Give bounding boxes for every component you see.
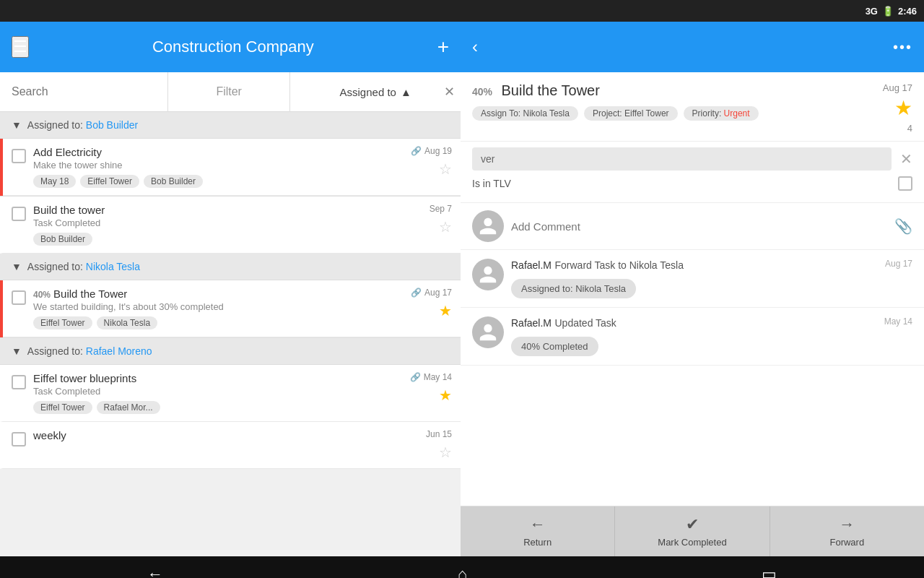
task-title-weekly: weekly — [33, 429, 401, 441]
date-text-btn: Aug 17 — [424, 288, 452, 298]
comment-date-1: Aug 17 — [885, 259, 912, 269]
more-options-button[interactable]: ••• — [893, 39, 912, 56]
home-nav-button[interactable]: ⌂ — [458, 565, 467, 578]
task-content-add-electricity: Add Electricity Make the tower shine May… — [33, 146, 401, 188]
tag-assign-to: Assign To: Nikola Tesla — [472, 106, 578, 121]
return-label: Return — [523, 537, 552, 548]
forward-icon: → — [839, 515, 855, 534]
task-detail-pct: 40% — [472, 86, 492, 98]
attach-icon[interactable]: 📎 — [894, 217, 912, 235]
mark-completed-button[interactable]: ✔ Mark Completed — [615, 506, 770, 556]
task-tags-btn: Eiffel Tower Nikola Tesla — [33, 316, 401, 329]
back-button[interactable]: ‹ — [472, 37, 478, 57]
date-text-weekly: Jun 15 — [426, 429, 452, 439]
clear-filter-button[interactable]: ✕ — [444, 84, 455, 100]
task-checkbox-weekly[interactable] — [12, 432, 26, 447]
task-item-build-tower-bob[interactable]: Build the tower Task Completed Bob Build… — [0, 197, 461, 254]
filter-button[interactable]: Filter — [168, 72, 290, 111]
assigned-to-arrow: ▲ — [401, 86, 411, 98]
is-in-tlv-checkbox[interactable] — [898, 176, 912, 191]
left-top-bar: ☰ Construction Company + — [0, 22, 461, 72]
task-content-btn: 40%Build the Tower We started building, … — [33, 288, 401, 329]
right-panel: ‹ ••• 40% Build the Tower Assign To: Nik… — [461, 22, 924, 556]
task-content-bp: Eiffel tower blueprints Task Completed E… — [33, 372, 401, 414]
star-ae[interactable]: ☆ — [439, 160, 452, 178]
comment-body-1: Rafael.M Forward Task to Nikola Tesla Au… — [511, 259, 912, 298]
task-item-add-electricity[interactable]: Add Electricity Make the tower shine May… — [3, 139, 461, 196]
comment-text-1: Rafael.M Forward Task to Nikola Tesla — [511, 259, 684, 272]
forward-button[interactable]: → Forward — [770, 506, 924, 556]
star-weekly[interactable]: ☆ — [439, 444, 452, 461]
custom-fields: ✕ Is in TLV — [461, 142, 924, 203]
star-btn[interactable]: ★ — [439, 302, 452, 319]
task-item-build-tower-nikola[interactable]: 40%Build the Tower We started building, … — [3, 280, 461, 337]
group-arrow-bob: ▼ — [12, 119, 22, 131]
task-right-btn: 🔗 Aug 17 ★ — [401, 288, 452, 319]
current-user-avatar — [472, 210, 504, 242]
clear-ver-button[interactable]: ✕ — [900, 150, 912, 168]
task-content-weekly: weekly — [33, 429, 401, 443]
task-subtitle-btn: We started building, It's about 30% comp… — [33, 301, 401, 312]
task-checkbox-btb[interactable] — [12, 207, 26, 221]
task-checkbox-bp[interactable] — [12, 375, 26, 389]
assigned-to-label: Assigned to — [340, 86, 396, 98]
forward-label: Forward — [829, 537, 864, 548]
return-button[interactable]: ← Return — [461, 506, 615, 556]
comment-body-2: Rafael.M Updated Task May 14 40% Complet… — [511, 316, 912, 356]
comment-input-field[interactable] — [511, 220, 887, 233]
star-bp[interactable]: ★ — [439, 387, 452, 404]
time-display: 2:46 — [898, 6, 917, 17]
star-btb[interactable]: ☆ — [439, 218, 452, 236]
tag-eiffel-bp: Eiffel Tower — [33, 401, 92, 414]
hamburger-menu[interactable]: ☰ — [12, 36, 29, 58]
return-icon: ← — [530, 515, 546, 534]
date-text-bp: May 14 — [424, 372, 452, 382]
tag-priority: Priority: Urgent — [684, 106, 759, 121]
task-title-btb: Build the tower — [33, 204, 401, 216]
task-content-btb: Build the tower Task Completed Bob Build… — [33, 204, 401, 246]
task-checkbox-add-electricity[interactable] — [12, 149, 26, 163]
task-detail-right: Aug 17 ★ 4 — [883, 82, 912, 134]
rafael-avatar-2 — [472, 316, 504, 348]
group-header-nikola[interactable]: ▼ Assigned to: Nikola Tesla — [0, 254, 461, 280]
tag-rafael-bp: Rafael Mor... — [97, 401, 160, 414]
link-icon-ae: 🔗 — [411, 146, 422, 156]
status-bar: 3G 🔋 2:46 — [0, 0, 924, 22]
task-date-bp: 🔗 May 14 — [410, 372, 452, 382]
add-task-button[interactable]: + — [437, 35, 449, 59]
task-tags-add-electricity: May 18 Eiffel Tower Bob Builder — [33, 175, 401, 188]
signal-indicator: 3G — [866, 6, 878, 17]
left-panel: ☰ Construction Company + Filter Assigned… — [0, 22, 461, 556]
comment-author-1: Rafael.M — [511, 259, 552, 271]
task-date-btb: Sep 7 — [430, 204, 452, 214]
group-label-rafael: Assigned to: Rafael Moreno — [27, 345, 152, 357]
link-icon-btn: 🔗 — [411, 288, 422, 298]
comment-header-1: Rafael.M Forward Task to Nikola Tesla Au… — [511, 259, 912, 272]
rafael-avatar-1 — [472, 259, 504, 290]
date-text-btb: Sep 7 — [430, 204, 452, 214]
task-title-add-electricity: Add Electricity — [33, 146, 401, 158]
recent-nav-button[interactable]: ▭ — [762, 565, 777, 578]
task-star-count: 4 — [907, 123, 912, 134]
task-checkbox-btn[interactable] — [12, 290, 26, 305]
ver-input[interactable] — [472, 147, 892, 171]
tag-eiffel-btn: Eiffel Tower — [33, 316, 92, 329]
assigned-to-filter[interactable]: Assigned to ▲ ✕ — [290, 72, 461, 111]
task-detail-header: 40% Build the Tower Assign To: Nikola Te… — [461, 72, 924, 142]
back-nav-button[interactable]: ← — [147, 565, 163, 578]
task-right-bp: 🔗 May 14 ★ — [401, 372, 452, 404]
search-input[interactable] — [0, 72, 168, 111]
task-detail-title: Build the Tower — [501, 82, 599, 98]
group-header-rafael[interactable]: ▼ Assigned to: Rafael Moreno — [0, 338, 461, 365]
task-date-btn: 🔗 Aug 17 — [411, 288, 452, 298]
task-detail-title-row: 40% Build the Tower — [472, 82, 883, 99]
task-item-blueprints[interactable]: Eiffel tower blueprints Task Completed E… — [0, 365, 461, 422]
app-title: Construction Company — [152, 38, 314, 56]
task-wrapper-build-tower-nikola: 40%Build the Tower We started building, … — [0, 280, 461, 338]
group-label-nikola: Assigned to: Nikola Tesla — [27, 261, 140, 272]
tag-nikola-btn: Nikola Tesla — [97, 316, 157, 329]
group-header-bob[interactable]: ▼ Assigned to: Bob Builder — [0, 112, 461, 139]
task-detail-star[interactable]: ★ — [894, 96, 912, 120]
task-item-weekly[interactable]: weekly Jun 15 ☆ — [0, 422, 461, 469]
comment-action-1: Forward Task to Nikola Tesla — [554, 259, 683, 271]
